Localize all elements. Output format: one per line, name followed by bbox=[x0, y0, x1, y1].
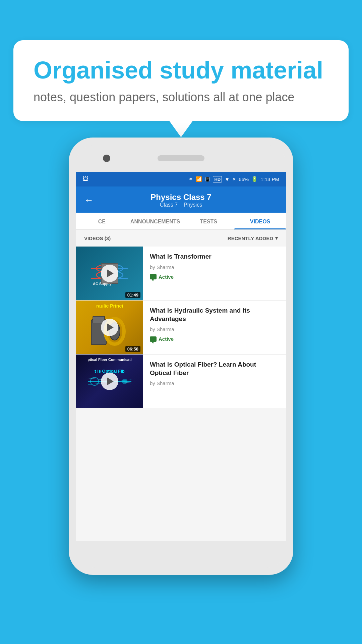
video-item-1[interactable]: AC Supply 01:49 What is Transformer by S… bbox=[76, 247, 286, 301]
app-bar-class: Class 7 bbox=[160, 202, 178, 208]
video-item-2[interactable]: raulic Princi bbox=[76, 301, 286, 355]
video-author-3: by Sharma bbox=[150, 380, 279, 386]
battery-icon: 🔋 bbox=[251, 176, 258, 182]
app-bar-subject: Physics bbox=[184, 202, 202, 208]
back-button[interactable]: ← bbox=[84, 195, 94, 206]
video-title-2: What is Hydraulic System and its Advanta… bbox=[150, 307, 279, 323]
tab-ce[interactable]: CE bbox=[76, 213, 128, 229]
video-info-2: What is Hydraulic System and its Advanta… bbox=[143, 301, 286, 348]
videos-header: VIDEOS (3) RECENTLY ADDED ▾ bbox=[76, 230, 286, 247]
video-duration-1: 01:49 bbox=[125, 292, 140, 298]
photo-icon: 🖼 bbox=[83, 176, 88, 182]
status-bar-left: 🖼 bbox=[83, 176, 88, 182]
phone-screen: 🖼 ✶ 📶 📳 HD ▼ ✕ 66% 🔋 1:13 PM ← bbox=[76, 172, 286, 541]
app-bar: ← Physics Class 7 Class 7 Physics bbox=[76, 186, 286, 213]
svg-text:AC Supply: AC Supply bbox=[93, 282, 112, 286]
app-bar-text: Physics Class 7 Class 7 Physics bbox=[100, 193, 262, 208]
time-text: 1:13 PM bbox=[260, 176, 279, 182]
tabs-bar: CE ANNOUNCEMENTS TESTS VIDEOS bbox=[76, 213, 286, 230]
wifi-icon: ▼ bbox=[225, 176, 230, 182]
phone-device: 🖼 ✶ 📶 📳 HD ▼ ✕ 66% 🔋 1:13 PM ← bbox=[69, 138, 293, 575]
active-badge-1: Active bbox=[150, 274, 174, 280]
front-camera bbox=[103, 155, 110, 162]
tab-videos[interactable]: VIDEOS bbox=[234, 213, 286, 229]
status-bar: 🖼 ✶ 📶 📳 HD ▼ ✕ 66% 🔋 1:13 PM bbox=[76, 172, 286, 186]
video-info-1: What is Transformer by Sharma Active bbox=[143, 247, 286, 285]
video-author-2: by Sharma bbox=[150, 326, 279, 332]
network-icon: ✕ bbox=[232, 177, 236, 182]
app-bar-subtitle: Class 7 Physics bbox=[100, 202, 262, 208]
play-triangle-3 bbox=[107, 377, 114, 385]
battery-text: 66% bbox=[239, 176, 249, 182]
thumb-hydraulic-text: raulic Princi bbox=[76, 303, 143, 309]
sort-label: RECENTLY ADDED bbox=[228, 235, 273, 241]
play-triangle-2 bbox=[107, 323, 114, 331]
video-title-1: What is Transformer bbox=[150, 253, 279, 261]
speech-bubble: Organised study material notes, question… bbox=[13, 40, 349, 121]
video-list: AC Supply 01:49 What is Transformer by S… bbox=[76, 247, 286, 408]
chevron-down-icon: ▾ bbox=[275, 235, 278, 241]
thumb-optical-text: ptical Fiber Communicati t is Optical Fi… bbox=[76, 357, 143, 374]
sort-button[interactable]: RECENTLY ADDED ▾ bbox=[228, 235, 278, 241]
vibrate-icon: 📳 bbox=[205, 177, 210, 182]
video-thumb-1: AC Supply 01:49 bbox=[76, 247, 143, 300]
chat-icon-2 bbox=[150, 336, 157, 342]
video-info-3: What is Optical Fiber? Learn About Optic… bbox=[143, 355, 286, 395]
play-triangle-1 bbox=[107, 269, 114, 277]
video-thumb-2: raulic Princi bbox=[76, 301, 143, 354]
tab-tests[interactable]: TESTS bbox=[183, 213, 234, 229]
app-bar-title: Physics Class 7 bbox=[100, 193, 262, 202]
video-title-3: What is Optical Fiber? Learn About Optic… bbox=[150, 361, 279, 377]
signal-icon: 📶 bbox=[196, 176, 202, 182]
active-label-2: Active bbox=[159, 336, 174, 342]
play-button-2[interactable] bbox=[101, 319, 118, 336]
phone-outer-shell: 🖼 ✶ 📶 📳 HD ▼ ✕ 66% 🔋 1:13 PM ← bbox=[69, 138, 293, 575]
svg-point-14 bbox=[122, 379, 127, 384]
play-button-3[interactable] bbox=[101, 373, 118, 390]
bluetooth-icon: ✶ bbox=[189, 176, 193, 182]
hd-badge: HD bbox=[213, 176, 222, 182]
active-label-1: Active bbox=[159, 274, 174, 280]
video-duration-2: 06:58 bbox=[125, 346, 140, 352]
status-bar-right: ✶ 📶 📳 HD ▼ ✕ 66% 🔋 1:13 PM bbox=[189, 176, 279, 182]
chat-icon-1 bbox=[150, 274, 157, 279]
video-item-3[interactable]: ptical Fiber Communicati t is Optical Fi… bbox=[76, 355, 286, 408]
tab-announcements[interactable]: ANNOUNCEMENTS bbox=[128, 213, 183, 229]
bubble-title: Organised study material bbox=[34, 57, 328, 84]
phone-speaker bbox=[158, 155, 204, 161]
play-button-1[interactable] bbox=[101, 265, 118, 282]
bubble-subtitle: notes, question papers, solutions all at… bbox=[34, 90, 328, 104]
video-author-1: by Sharma bbox=[150, 264, 279, 270]
videos-count: VIDEOS (3) bbox=[84, 235, 111, 241]
phone-top-hardware bbox=[76, 145, 286, 172]
active-badge-2: Active bbox=[150, 336, 174, 342]
phone-bottom-hardware bbox=[76, 541, 286, 568]
video-thumb-3: ptical Fiber Communicati t is Optical Fi… bbox=[76, 355, 143, 408]
